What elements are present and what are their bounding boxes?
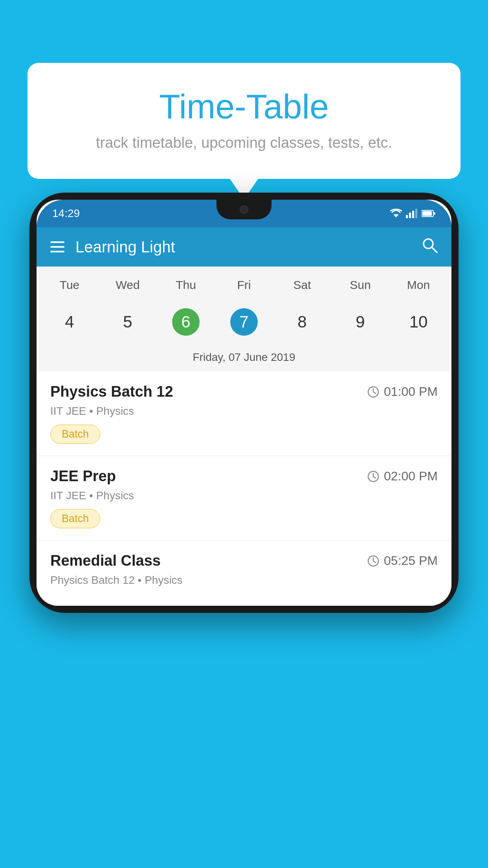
date-cell-4[interactable]: 4: [40, 303, 99, 340]
phone-screen: 14:29: [37, 200, 451, 606]
day-sat: Sat: [273, 274, 331, 296]
schedule-item-3[interactable]: Remedial Class 05:25 PM Physics Batch 12…: [37, 541, 451, 606]
date-number-9: 9: [347, 308, 374, 336]
speech-bubble: Time-Table track timetable, upcoming cla…: [28, 63, 460, 179]
camera-dot: [240, 205, 248, 214]
bubble-subtitle: track timetable, upcoming classes, tests…: [59, 134, 429, 151]
schedule-name-2: JEE Prep: [50, 468, 116, 485]
phone-mockup: 14:29: [29, 193, 459, 868]
date-cell-10[interactable]: 10: [389, 303, 448, 340]
notch: [216, 200, 272, 219]
schedule-meta-3: Physics Batch 12 • Physics: [50, 574, 438, 587]
calendar-days-header: Tue Wed Thu Fri Sat Sun Mon: [37, 267, 451, 300]
status-time: 14:29: [52, 207, 80, 220]
date-number-10: 10: [405, 308, 432, 336]
app-title: Learning Light: [75, 238, 410, 256]
schedule-time-2: 02:00 PM: [367, 469, 438, 484]
schedule-item-1[interactable]: Physics Batch 12 01:00 PM IIT JEE • Phys…: [37, 371, 451, 456]
phone-frame: 14:29: [29, 193, 459, 613]
battery-icon: [422, 210, 436, 217]
date-cell-6[interactable]: 6: [157, 303, 215, 340]
date-cell-9[interactable]: 9: [331, 303, 389, 340]
schedule-section: Physics Batch 12 01:00 PM IIT JEE • Phys…: [37, 371, 451, 606]
schedule-time-3: 05:25 PM: [367, 554, 438, 568]
schedule-item-1-header: Physics Batch 12 01:00 PM: [50, 383, 438, 400]
clock-icon-1: [367, 386, 379, 398]
schedule-item-3-header: Remedial Class 05:25 PM: [50, 552, 438, 569]
svg-line-9: [432, 247, 437, 252]
date-number-8: 8: [288, 308, 316, 336]
hamburger-line: [50, 241, 64, 243]
day-wed: Wed: [99, 274, 157, 296]
svg-rect-1: [406, 215, 408, 218]
bubble-title: Time-Table: [59, 86, 429, 127]
hamburger-menu-icon[interactable]: [50, 241, 64, 252]
svg-rect-6: [433, 212, 435, 215]
svg-marker-0: [393, 214, 399, 217]
status-icons: [390, 209, 436, 218]
batch-badge-2: Batch: [50, 509, 100, 528]
app-header: Learning Light: [37, 227, 451, 267]
day-fri: Fri: [215, 274, 273, 296]
schedule-time-text-3: 05:25 PM: [384, 554, 438, 568]
date-cell-7[interactable]: 7: [215, 303, 273, 340]
date-cell-8[interactable]: 8: [273, 303, 331, 340]
svg-rect-2: [409, 213, 411, 218]
schedule-time-text-2: 02:00 PM: [384, 469, 438, 484]
date-cell-5[interactable]: 5: [99, 303, 157, 340]
schedule-item-2-header: JEE Prep 02:00 PM: [50, 468, 438, 485]
wifi-icon: [390, 209, 402, 218]
svg-line-18: [373, 561, 376, 563]
schedule-name-1: Physics Batch 12: [50, 383, 173, 400]
svg-line-15: [373, 476, 376, 478]
svg-rect-7: [422, 211, 432, 216]
schedule-time-1: 01:00 PM: [367, 384, 438, 399]
schedule-time-text-1: 01:00 PM: [384, 384, 438, 399]
search-button[interactable]: [421, 237, 438, 257]
day-mon: Mon: [389, 274, 448, 296]
date-number-7-selected: 7: [230, 308, 258, 336]
svg-line-12: [373, 392, 376, 394]
date-number-6-today: 6: [172, 308, 200, 336]
speech-bubble-container: Time-Table track timetable, upcoming cla…: [28, 63, 460, 179]
signal-icon: [406, 209, 418, 218]
batch-badge-1: Batch: [50, 425, 100, 444]
schedule-item-2[interactable]: JEE Prep 02:00 PM IIT JEE • Physics Batc…: [37, 456, 451, 541]
day-sun: Sun: [331, 274, 389, 296]
day-thu: Thu: [157, 274, 215, 296]
hamburger-line: [50, 251, 64, 252]
clock-icon-3: [367, 555, 379, 567]
schedule-meta-1: IIT JEE • Physics: [50, 405, 438, 417]
date-number-5: 5: [114, 308, 141, 336]
selected-date-label: Friday, 07 June 2019: [37, 346, 451, 371]
hamburger-line: [50, 246, 64, 248]
date-number-4: 4: [56, 308, 83, 336]
day-tue: Tue: [40, 274, 99, 296]
status-bar: 14:29: [37, 200, 451, 227]
svg-rect-3: [412, 211, 414, 218]
calendar-section: Tue Wed Thu Fri Sat Sun Mon 4 5: [37, 267, 451, 371]
calendar-dates: 4 5 6 7 8 9: [37, 300, 451, 346]
svg-rect-4: [415, 209, 417, 218]
schedule-meta-2: IIT JEE • Physics: [50, 489, 438, 502]
schedule-name-3: Remedial Class: [50, 552, 161, 569]
clock-icon-2: [367, 471, 379, 482]
